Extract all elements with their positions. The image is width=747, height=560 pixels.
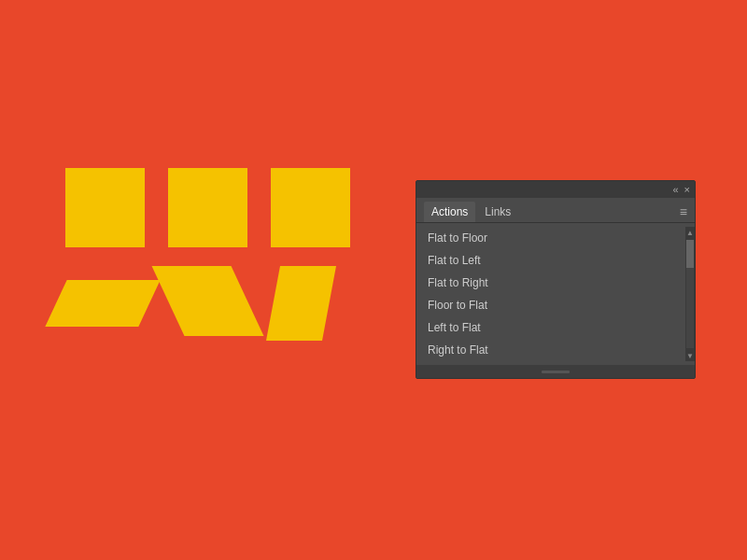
tab-actions[interactable]: Actions (424, 202, 475, 222)
tab-links[interactable]: Links (477, 202, 518, 222)
panel-titlebar: « × (416, 181, 695, 198)
panel-footer (416, 365, 695, 378)
panel-collapse-button[interactable]: « (672, 185, 678, 195)
panel-scrollbar: ▲ ▼ (685, 227, 695, 361)
panel-menu-icon[interactable]: ≡ (680, 204, 687, 219)
scrollbar-up-button[interactable]: ▲ (685, 227, 695, 238)
list-item-floor-to-flat[interactable]: Floor to Flat (416, 294, 685, 316)
panel-tabs: Actions Links ≡ (416, 198, 695, 223)
panel-resize-handle[interactable] (542, 371, 570, 373)
list-item-left-to-flat[interactable]: Left to Flat (416, 316, 685, 339)
shapes-area (56, 149, 402, 392)
list-item-right-to-flat[interactable]: Right to Flat (416, 339, 685, 361)
actions-panel: « × Actions Links ≡ Flat to Floor Flat t… (416, 180, 696, 379)
list-item-flat-to-left[interactable]: Flat to Left (416, 249, 685, 272)
panel-close-button[interactable]: × (684, 185, 690, 195)
rhombus-mid (152, 266, 264, 336)
scrollbar-thumb[interactable] (686, 240, 694, 268)
square-1 (65, 168, 145, 247)
square-3 (271, 168, 350, 247)
scrollbar-track (686, 240, 694, 348)
scrollbar-down-button[interactable]: ▼ (685, 350, 695, 361)
panel-body: Flat to Floor Flat to Left Flat to Right… (416, 223, 695, 365)
list-item-flat-to-floor[interactable]: Flat to Floor (416, 227, 685, 249)
rhombus-left (45, 280, 160, 327)
square-2 (168, 168, 247, 247)
list-item-flat-to-right[interactable]: Flat to Right (416, 272, 685, 294)
rhombus-right (266, 266, 336, 341)
panel-list: Flat to Floor Flat to Left Flat to Right… (416, 227, 685, 361)
